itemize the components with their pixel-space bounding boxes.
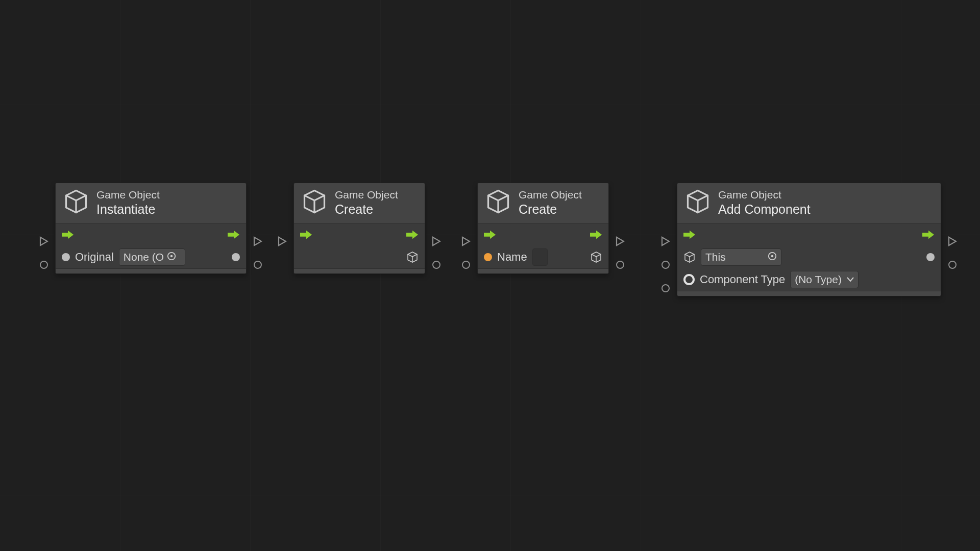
object-picker-icon[interactable]: [768, 251, 777, 263]
exec-in-port[interactable]: [661, 236, 670, 246]
name-label: Name: [497, 251, 527, 264]
component-type-dropdown[interactable]: (No Type): [790, 271, 859, 288]
original-field[interactable]: None (O: [119, 248, 185, 266]
flow-out[interactable]: [228, 230, 240, 240]
exec-in-port[interactable]: [39, 236, 48, 246]
cube-icon: [301, 188, 328, 217]
node-body: Name: [478, 223, 608, 268]
row-type: Component Type (No Type): [677, 268, 941, 291]
node-footer: [677, 291, 941, 296]
svg-marker-5: [433, 237, 440, 245]
exec-out-port[interactable]: [616, 236, 625, 246]
svg-marker-11: [949, 237, 956, 245]
row-flow: [294, 223, 425, 246]
node-title: Create: [335, 202, 398, 217]
flow-in[interactable]: [300, 230, 312, 240]
exec-out-port[interactable]: [253, 236, 262, 246]
node-title: Create: [519, 202, 582, 217]
data-in-port[interactable]: [662, 261, 670, 269]
row-flow: [677, 223, 941, 246]
graph-canvas[interactable]: Game Object Instantiate Original None (O: [0, 0, 980, 551]
node-footer: [478, 268, 608, 273]
node-category: Game Object: [519, 188, 582, 201]
svg-marker-2: [40, 237, 47, 245]
data-in-port[interactable]: [462, 261, 470, 269]
output-port-dot[interactable]: [232, 253, 240, 261]
node-footer: [56, 268, 246, 273]
flow-in[interactable]: [62, 230, 74, 240]
node-body: This Component Type (No Type): [677, 223, 941, 291]
node-category: Game Object: [335, 188, 398, 201]
node-header[interactable]: Game Object Instantiate: [56, 183, 246, 223]
node-body: Original None (O: [56, 223, 246, 268]
this-field[interactable]: This: [701, 248, 781, 266]
node-header[interactable]: Game Object Create: [294, 183, 425, 223]
type-port-ring[interactable]: [683, 274, 695, 285]
exec-in-port[interactable]: [278, 236, 287, 246]
data-out-port[interactable]: [616, 261, 624, 269]
gameobject-input-icon[interactable]: [683, 251, 696, 263]
node-category: Game Object: [718, 188, 811, 201]
node-title: Instantiate: [96, 202, 160, 217]
data-out-port[interactable]: [432, 261, 440, 269]
exec-out-port[interactable]: [948, 236, 957, 246]
svg-marker-10: [662, 237, 669, 245]
this-field-value: This: [705, 251, 765, 263]
flow-out[interactable]: [590, 230, 602, 240]
row-this: This: [677, 246, 941, 268]
component-type-value: (No Type): [795, 273, 842, 286]
flow-out[interactable]: [922, 230, 935, 240]
data-out-port[interactable]: [948, 261, 957, 269]
node-create2[interactable]: Game Object Create Name: [477, 183, 609, 274]
node-create1[interactable]: Game Object Create: [293, 183, 425, 274]
gameobject-output-icon[interactable]: [590, 251, 602, 263]
flow-out[interactable]: [406, 230, 419, 240]
row-original: Original None (O: [56, 246, 246, 268]
cube-icon: [684, 188, 711, 217]
row-output-object: [294, 246, 425, 268]
flow-in[interactable]: [683, 230, 696, 240]
node-instantiate[interactable]: Game Object Instantiate Original None (O: [55, 183, 247, 274]
node-category: Game Object: [96, 188, 160, 201]
data-out-port[interactable]: [254, 261, 262, 269]
node-footer: [294, 268, 425, 273]
object-picker-icon[interactable]: [167, 251, 176, 263]
input-port-dot[interactable]: [62, 253, 70, 261]
name-field[interactable]: [532, 248, 548, 266]
data-in-port[interactable]: [662, 284, 670, 292]
cube-icon: [63, 188, 89, 217]
component-type-label: Component Type: [700, 273, 785, 286]
exec-out-port[interactable]: [432, 236, 441, 246]
node-body: [294, 223, 425, 268]
output-port-dot[interactable]: [926, 253, 935, 261]
original-label: Original: [75, 251, 114, 264]
node-header[interactable]: Game Object Add Component: [677, 183, 941, 223]
svg-marker-3: [254, 237, 261, 245]
original-field-value: None (O: [124, 251, 164, 263]
node-title: Add Component: [718, 202, 811, 217]
string-port-dot[interactable]: [484, 253, 492, 261]
row-flow: [56, 223, 246, 246]
row-name: Name: [478, 246, 608, 268]
svg-marker-7: [617, 237, 624, 245]
node-addcomponent[interactable]: Game Object Add Component This: [677, 183, 941, 296]
flow-in[interactable]: [484, 230, 496, 240]
svg-point-9: [771, 255, 774, 258]
exec-in-port[interactable]: [461, 236, 471, 246]
chevron-down-icon: [847, 277, 854, 282]
cube-icon: [485, 188, 511, 217]
data-in-port[interactable]: [40, 261, 48, 269]
node-header[interactable]: Game Object Create: [478, 183, 608, 223]
svg-point-1: [170, 255, 173, 258]
row-flow: [478, 223, 608, 246]
gameobject-output-icon[interactable]: [406, 251, 419, 263]
svg-marker-4: [279, 237, 286, 245]
svg-marker-6: [462, 237, 470, 245]
